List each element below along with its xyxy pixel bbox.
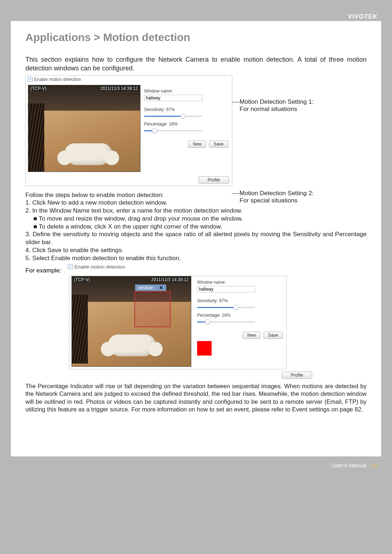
profile-button[interactable]: Profile bbox=[199, 176, 229, 184]
motion-controls-2: Window name: Sensitivity: 67% Percentage… bbox=[196, 276, 284, 367]
sensitivity-label-2: Sensitivity: 67% bbox=[197, 298, 283, 303]
percentage-label: Percentage: 18% bbox=[144, 122, 229, 127]
window-name-input[interactable] bbox=[144, 95, 202, 101]
enable-checkbox-2[interactable]: ✓ bbox=[68, 264, 73, 269]
enable-label-2: Enable motion detection bbox=[74, 264, 125, 270]
save-button-2[interactable]: Save bbox=[264, 332, 283, 339]
percentage-slider[interactable] bbox=[144, 129, 202, 132]
percentage-label-2: Percentage: 18% bbox=[197, 313, 283, 318]
osd-left-2: (TCP-V) bbox=[73, 277, 91, 282]
page-footer: User's Manual - 95 bbox=[0, 456, 392, 477]
side-note-2: Motion Detection Setting 2: For special … bbox=[240, 190, 314, 204]
sensitivity-label: Sensitivity: 67% bbox=[144, 107, 229, 112]
save-button[interactable]: Save bbox=[209, 140, 228, 148]
explanation-paragraph: The Percentage Indicator will rise or fa… bbox=[25, 382, 367, 413]
osd-timestamp-2: 2011/11/3 14:39:12 bbox=[151, 277, 189, 282]
profile-button-2[interactable]: Profile bbox=[282, 372, 312, 379]
camera-preview-2[interactable]: (TCP-V) 2011/11/3 14:39:12 window ✖ bbox=[72, 276, 191, 367]
brand-label: VIVOTEK bbox=[348, 13, 377, 20]
motion-window[interactable]: window ✖ bbox=[134, 291, 171, 327]
steps-block: Follow the steps below to enable motion … bbox=[25, 191, 367, 262]
enable-checkbox[interactable]: ✓ bbox=[28, 77, 33, 82]
motion-panel-2: (TCP-V) 2011/11/3 14:39:12 window ✖ Wind… bbox=[69, 276, 287, 369]
page-title: Applications > Motion detection bbox=[25, 31, 367, 44]
sensitivity-slider-2[interactable] bbox=[197, 305, 255, 309]
osd-left: (TCP-V) bbox=[30, 86, 47, 91]
camera-preview[interactable]: (TCP-V) 2011/11/3 14:39:12 bbox=[28, 85, 140, 172]
percentage-slider-2[interactable] bbox=[197, 320, 255, 324]
window-name-label-2: Window name: bbox=[197, 280, 283, 285]
document-page: Applications > Motion detection This sec… bbox=[11, 21, 381, 456]
motion-window-title[interactable]: window ✖ bbox=[135, 284, 166, 291]
osd-timestamp: 2011/11/3 14:39:12 bbox=[100, 86, 139, 91]
motion-panel-1: ✓ Enable motion detection (TCP-V) 2011/1… bbox=[25, 75, 232, 186]
window-name-label: Window name: bbox=[144, 89, 229, 94]
enable-label: Enable motion detection bbox=[34, 77, 81, 82]
side-note-1: Motion Detection Setting 1: For normal s… bbox=[240, 98, 314, 113]
window-name-input-2[interactable] bbox=[197, 286, 255, 292]
motion-controls: Window name: Sensitivity: 67% Percentage… bbox=[143, 85, 230, 172]
new-button-2[interactable]: New bbox=[242, 332, 261, 339]
close-icon[interactable]: ✖ bbox=[159, 285, 163, 290]
sensitivity-slider[interactable] bbox=[144, 114, 202, 118]
example-label: For example: bbox=[25, 267, 61, 274]
motion-indicator bbox=[197, 341, 212, 356]
new-button[interactable]: New bbox=[188, 140, 206, 148]
intro-text: This section explains how to configure t… bbox=[25, 55, 367, 73]
